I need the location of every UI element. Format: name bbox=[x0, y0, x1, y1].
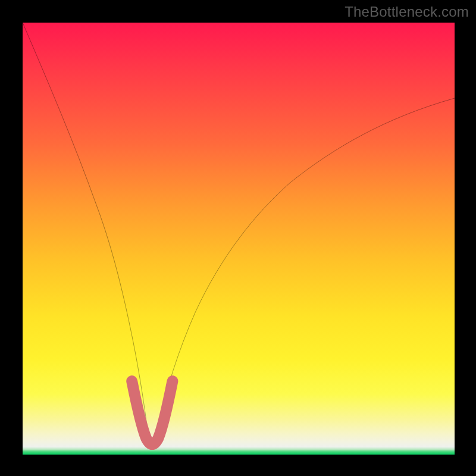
watermark-text: TheBottleneck.com bbox=[345, 4, 469, 20]
plot-background-gradient bbox=[23, 23, 455, 455]
chart-stage: TheBottleneck.com bbox=[0, 0, 476, 476]
